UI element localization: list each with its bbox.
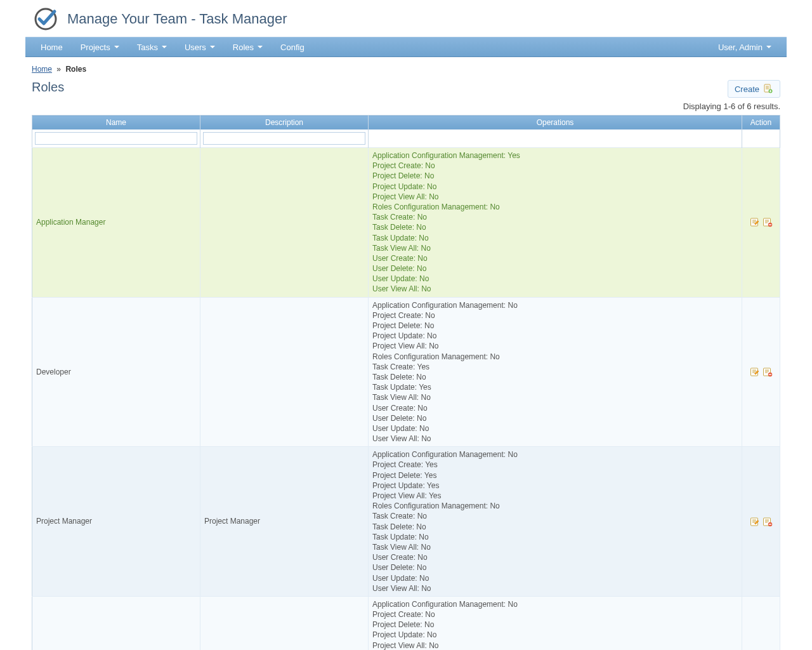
create-document-icon (763, 84, 773, 94)
col-header-name[interactable]: Name (32, 116, 200, 130)
nav-projects[interactable]: Projects (72, 37, 128, 57)
filter-action-cell (742, 129, 780, 148)
breadcrumb: Home » Roles (25, 57, 787, 77)
nav-users-label: Users (185, 43, 206, 52)
chevron-down-icon (766, 46, 771, 48)
cell-name: Application Manager (32, 148, 200, 298)
cell-operations: Application Configuration Management: No… (369, 596, 742, 650)
nav-tasks-label: Tasks (137, 43, 158, 52)
cell-action (742, 148, 780, 298)
nav-user-label: User, Admin (718, 43, 763, 52)
delete-icon[interactable] (763, 367, 773, 377)
main-nav: Home Projects Tasks Users Roles Config U… (25, 37, 787, 57)
create-button[interactable]: Create (728, 80, 780, 98)
app-header: Manage Your Team - Task Manager (25, 0, 787, 37)
cell-action (742, 297, 780, 447)
delete-icon[interactable] (763, 517, 773, 527)
app-logo-icon (33, 6, 58, 32)
table-row[interactable]: Application ManagerApplication Configura… (32, 148, 780, 298)
nav-roles[interactable]: Roles (224, 37, 272, 57)
nav-user-menu[interactable]: User, Admin (709, 37, 780, 57)
nav-tasks[interactable]: Tasks (128, 37, 176, 57)
cell-name: Role Manager (32, 596, 200, 650)
nav-config[interactable]: Config (272, 37, 313, 57)
breadcrumb-separator: » (54, 65, 63, 74)
cell-operations: Application Configuration Management: Ye… (369, 148, 742, 298)
create-button-label: Create (735, 84, 759, 94)
col-header-operations[interactable]: Operations (369, 116, 742, 130)
chevron-down-icon (162, 46, 167, 48)
svg-rect-14 (769, 524, 771, 524)
roles-table: Name Description Operations Action Appli… (32, 115, 780, 650)
table-row[interactable]: Project ManagerProject ManagerApplicatio… (32, 447, 780, 597)
nav-home[interactable]: Home (32, 37, 72, 57)
cell-description (200, 297, 369, 447)
nav-roles-label: Roles (233, 43, 254, 52)
cell-description: Project Manager (200, 447, 369, 597)
nav-projects-label: Projects (81, 43, 110, 52)
filter-name-input[interactable] (35, 132, 197, 145)
breadcrumb-current: Roles (65, 65, 86, 74)
chevron-down-icon (210, 46, 215, 48)
breadcrumb-home-link[interactable]: Home (32, 65, 52, 74)
nav-config-label: Config (280, 43, 304, 52)
chevron-down-icon (114, 46, 119, 48)
nav-users[interactable]: Users (176, 37, 224, 57)
edit-icon[interactable] (750, 217, 760, 227)
table-row[interactable]: DeveloperApplication Configuration Manag… (32, 297, 780, 447)
cell-name: Project Manager (32, 447, 200, 597)
page-title: Roles (32, 80, 64, 95)
filter-operations-cell (369, 129, 742, 148)
svg-rect-10 (769, 374, 771, 375)
col-header-action: Action (742, 116, 780, 130)
cell-name: Developer (32, 297, 200, 447)
edit-icon[interactable] (750, 367, 760, 377)
nav-home-label: Home (41, 43, 63, 52)
table-row[interactable]: Role ManagerApplication Configuration Ma… (32, 596, 780, 650)
cell-operations: Application Configuration Management: No… (369, 447, 742, 597)
edit-icon[interactable] (750, 517, 760, 527)
app-title: Manage Your Team - Task Manager (67, 11, 287, 27)
cell-operations: Application Configuration Management: No… (369, 297, 742, 447)
results-summary: Displaying 1-6 of 6 results. (25, 100, 787, 115)
col-header-description[interactable]: Description (200, 116, 369, 130)
cell-description (200, 148, 369, 298)
cell-description (200, 596, 369, 650)
chevron-down-icon (258, 46, 263, 48)
delete-icon[interactable] (763, 217, 773, 227)
cell-action (742, 447, 780, 597)
cell-action (742, 596, 780, 650)
svg-rect-6 (769, 225, 771, 225)
filter-description-input[interactable] (203, 132, 365, 145)
